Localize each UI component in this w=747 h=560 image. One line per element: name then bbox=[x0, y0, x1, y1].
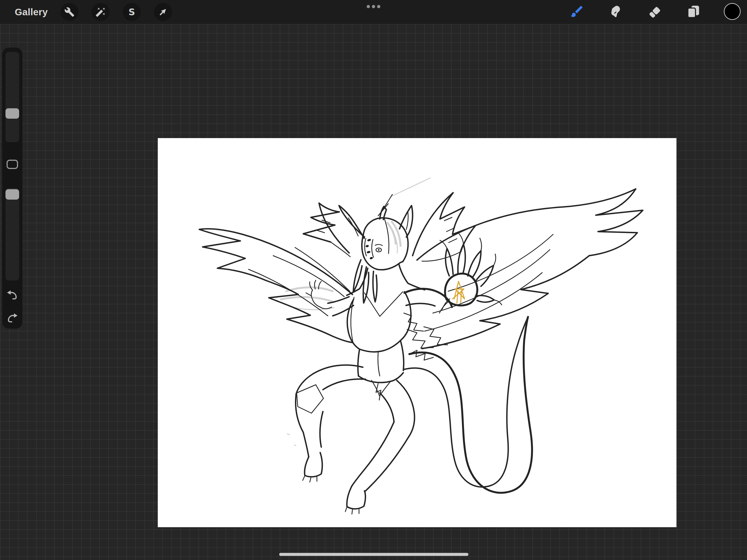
drawing-canvas[interactable] bbox=[158, 138, 676, 527]
undo-button[interactable] bbox=[6, 289, 19, 300]
svg-text:S: S bbox=[129, 7, 135, 17]
transform-button[interactable] bbox=[154, 3, 172, 21]
side-toolbar bbox=[2, 48, 22, 329]
paintbrush-icon bbox=[570, 4, 584, 20]
procreate-workspace: { "theme": { "workspace_background": "#2… bbox=[0, 0, 747, 560]
adjustments-button[interactable] bbox=[92, 3, 110, 21]
color-button[interactable] bbox=[723, 3, 742, 21]
paint-tool-button[interactable] bbox=[568, 3, 586, 21]
ellipsis-icon bbox=[367, 5, 370, 8]
toolbar-right-group bbox=[568, 3, 747, 21]
modify-button[interactable] bbox=[6, 160, 18, 169]
layers-icon bbox=[686, 4, 701, 20]
ellipsis-icon bbox=[372, 5, 375, 8]
layers-button[interactable] bbox=[684, 3, 703, 21]
smudge-tool-button[interactable] bbox=[607, 3, 625, 21]
opacity-handle[interactable] bbox=[5, 189, 19, 200]
selection-s-icon: S bbox=[127, 7, 137, 17]
eraser-icon bbox=[647, 4, 662, 20]
color-swatch-icon bbox=[723, 3, 741, 21]
home-indicator-bar[interactable] bbox=[279, 553, 468, 556]
toolbar-left-group: Gallery S bbox=[0, 3, 172, 21]
gallery-button[interactable]: Gallery bbox=[15, 6, 48, 18]
brush-size-handle[interactable] bbox=[5, 108, 19, 119]
erase-tool-button[interactable] bbox=[645, 3, 664, 21]
redo-arrow-icon bbox=[6, 319, 19, 324]
top-toolbar: Gallery S bbox=[0, 0, 747, 24]
redo-button[interactable] bbox=[6, 312, 19, 323]
actions-button[interactable] bbox=[60, 3, 78, 21]
canvas-options-handle[interactable] bbox=[367, 5, 380, 8]
opacity-slider[interactable] bbox=[5, 188, 19, 281]
brush-size-slider[interactable] bbox=[5, 52, 19, 142]
wrench-icon bbox=[64, 7, 75, 17]
magic-wand-icon bbox=[96, 7, 106, 17]
undo-arrow-icon bbox=[6, 296, 19, 301]
creature-line-art bbox=[158, 138, 676, 527]
transform-arrow-icon bbox=[158, 7, 168, 17]
ellipsis-icon bbox=[377, 5, 380, 8]
selection-button[interactable]: S bbox=[123, 3, 141, 21]
smudge-finger-icon bbox=[609, 4, 623, 20]
